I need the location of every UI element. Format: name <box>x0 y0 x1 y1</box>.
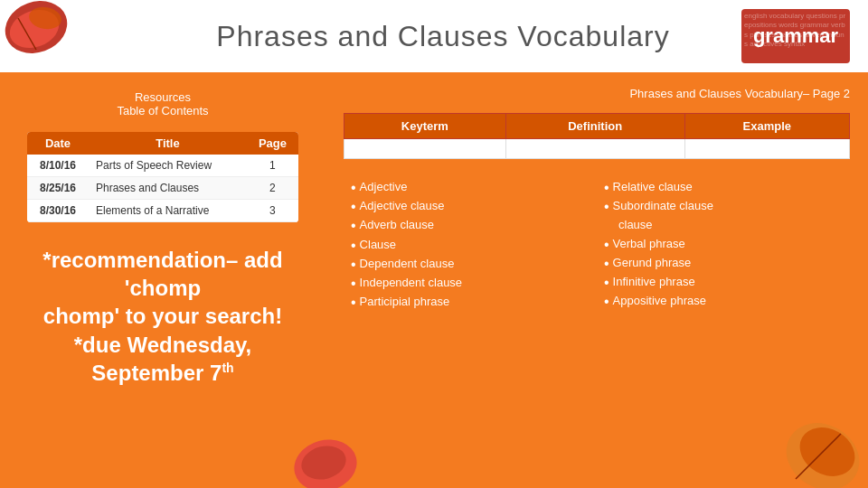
keyterm-table: Keyterm Definition Example <box>344 113 850 159</box>
keyterm-empty3 <box>684 139 849 159</box>
list-item: • Clause <box>351 237 590 254</box>
list-item: • Dependent clause <box>351 256 590 273</box>
list-item: • Subordinate clause <box>604 198 843 215</box>
row3-page: 3 <box>247 200 298 222</box>
rec-line3-text: *due Wednesday, September 7 <box>74 333 252 385</box>
section-header: Resources Table of Contents <box>27 90 298 117</box>
resources-label: Resources <box>27 90 298 104</box>
vocab-item-adverb-clause: Adverb clause <box>360 217 434 233</box>
leaf-bottom-right-decoration <box>778 407 868 488</box>
list-item: • Verbal phrase <box>604 236 843 253</box>
col-date: Date <box>27 132 89 155</box>
vocab-item-verbal-phrase: Verbal phrase <box>613 236 685 252</box>
vocab-item-subordinate-clause: Subordinate clause <box>613 198 713 214</box>
list-item: • Participial phrase <box>351 294 590 311</box>
bullet-icon: • <box>351 198 356 215</box>
bullet-icon: • <box>351 294 356 311</box>
list-item: clause <box>618 217 843 233</box>
vocab-item-adjective-clause: Adjective clause <box>360 198 445 214</box>
vocab-item-dependent-clause: Dependent clause <box>360 256 455 272</box>
row2-title: Phrases and Clauses <box>89 177 247 200</box>
keyterm-col-keyterm: Keyterm <box>344 114 506 139</box>
row2-date: 8/25/16 <box>27 177 89 200</box>
header: Phrases and Clauses Vocabulary english v… <box>0 0 868 72</box>
bullet-icon: • <box>604 236 609 253</box>
list-item: • Adjective clause <box>351 198 590 215</box>
main-content: Resources Table of Contents Date Title P… <box>0 72 868 488</box>
list-item: • Appositive phrase <box>604 293 843 310</box>
toc-table: Date Title Page 8/10/16 Parts of Speech … <box>27 132 298 222</box>
table-row: 8/25/16 Phrases and Clauses 2 <box>27 177 298 200</box>
vocab-item-infinitive-phrase: Infinitive phrase <box>613 274 695 290</box>
grammar-wordcloud: english vocabulary questions preposition… <box>741 9 850 63</box>
vocab-item-participial-phrase: Participial phrase <box>360 294 450 310</box>
vocab-item-independent-clause: Independent clause <box>360 275 462 291</box>
row1-page: 1 <box>247 155 298 177</box>
vocab-item-clause: Clause <box>360 237 396 253</box>
vocab-left-col: • Adjective • Adjective clause • Adverb … <box>344 175 597 483</box>
leaf-bottom-left-decoration <box>289 425 362 488</box>
list-item: • Adverb clause <box>351 217 590 234</box>
list-item: • Relative clause <box>604 179 843 196</box>
row1-title: Parts of Speech Review <box>89 155 247 177</box>
vocab-item-adjective: Adjective <box>360 179 408 195</box>
table-row: 8/10/16 Parts of Speech Review 1 <box>27 155 298 177</box>
keyterm-col-example: Example <box>684 114 849 139</box>
bullet-icon: • <box>351 237 356 254</box>
leaf-top-left-decoration <box>0 0 72 63</box>
keyterm-row-empty <box>344 139 850 159</box>
row2-page: 2 <box>247 177 298 200</box>
col-title: Title <box>89 132 247 155</box>
grammar-label: grammar <box>753 24 838 48</box>
vocab-section: • Adjective • Adjective clause • Adverb … <box>344 175 850 483</box>
list-item: • Gerund phrase <box>604 255 843 272</box>
vocab-item-appositive-phrase: Appositive phrase <box>613 293 706 309</box>
keyterm-empty1 <box>344 139 506 159</box>
superscript-th: th <box>222 361 233 375</box>
rec-line2: chomp' to your search! <box>27 302 298 330</box>
list-item: • Infinitive phrase <box>604 274 843 291</box>
right-subtitle: Phrases and Clauses Vocabulary– Page 2 <box>344 87 850 100</box>
bullet-icon: • <box>604 274 609 291</box>
bullet-icon: • <box>604 179 609 196</box>
table-row: 8/30/16 Elements of a Narrative 3 <box>27 200 298 222</box>
toc-label: Table of Contents <box>27 104 298 117</box>
bullet-icon: • <box>604 255 609 272</box>
list-item: • Independent clause <box>351 275 590 292</box>
recommendation-text: *recommendation– add 'chomp chomp' to yo… <box>27 246 298 387</box>
col-page: Page <box>247 132 298 155</box>
keyterm-empty2 <box>505 139 684 159</box>
rec-line1: *recommendation– add 'chomp <box>27 246 298 302</box>
vocab-item-relative-clause: Relative clause <box>613 179 693 195</box>
bullet-icon: • <box>351 275 356 292</box>
vocab-item-gerund-phrase: Gerund phrase <box>613 255 692 271</box>
row3-title: Elements of a Narrative <box>89 200 247 222</box>
keyterm-col-definition: Definition <box>505 114 684 139</box>
rec-line3: *due Wednesday, September 7th <box>27 331 298 387</box>
bullet-icon: • <box>351 179 356 196</box>
row3-date: 8/30/16 <box>27 200 89 222</box>
row1-date: 8/10/16 <box>27 155 89 177</box>
bullet-icon: • <box>351 217 356 234</box>
list-item: • Adjective <box>351 179 590 196</box>
bullet-icon: • <box>604 198 609 215</box>
page-title: Phrases and Clauses Vocabulary <box>216 20 669 53</box>
bullet-icon: • <box>351 256 356 273</box>
bullet-icon: • <box>604 293 609 310</box>
left-panel: Resources Table of Contents Date Title P… <box>0 72 326 488</box>
vocab-item-subordinate-clause-cont: clause <box>618 217 653 233</box>
